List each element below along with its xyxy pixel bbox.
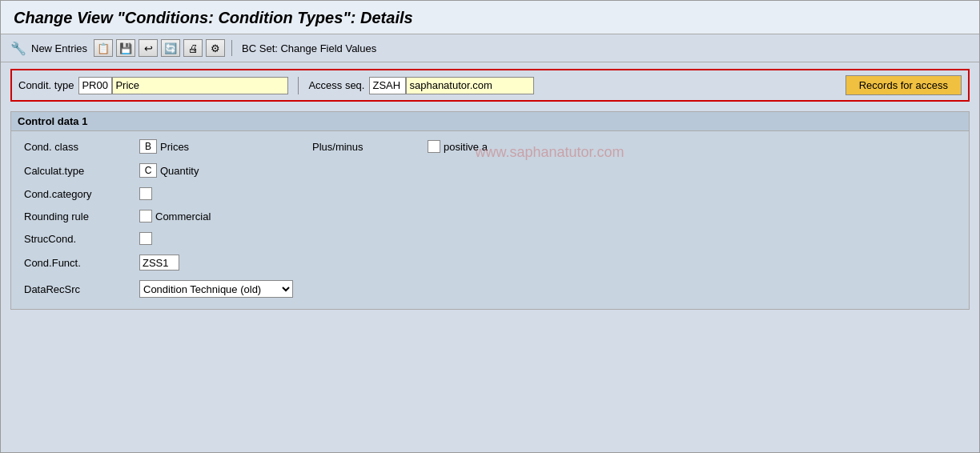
content-area: Condit. type Access seq. Records for acc… [1,62,979,316]
struc-cond-checkbox[interactable] [139,232,152,245]
plus-minus-checkbox[interactable] [428,140,440,153]
section-body: www.saphanatutor.com Cond. class Prices … [11,131,969,309]
cond-funct-value-container [136,253,296,272]
cond-category-label: Cond.category [24,186,136,202]
toolbar-separator [231,40,232,56]
calculat-type-value-container: Quantity [136,162,296,179]
toolbar-icon-wrench: 🔧 [10,41,26,56]
rounding-rule-value-container: Commercial [136,208,296,224]
save-button[interactable]: 💾 [116,39,135,57]
data-rec-src-label: DataRecSrc [24,279,136,299]
print-icon: 🖨 [188,42,199,54]
top-fields-section: Condit. type Access seq. Records for acc… [10,69,970,102]
records-for-access-button[interactable]: Records for access [845,75,962,95]
plus-minus-value-container: positive a [424,138,584,155]
new-entries-label: New Entries [31,42,87,54]
form-grid: Cond. class Prices Plus/minus positive a… [24,138,956,299]
undo-button[interactable]: ↩ [139,39,158,57]
settings-button[interactable]: ⚙ [206,39,225,57]
access-seq-code-input[interactable] [369,77,406,94]
cond-class-label: Cond. class [24,138,136,155]
cond-class-code-input[interactable] [139,139,157,154]
cond-type-label: Condit. type [18,79,74,91]
copy-icon: 📋 [97,42,110,54]
cond-funct-label: Cond.Funct. [24,253,136,272]
access-seq-name-input[interactable] [406,77,534,94]
rounding-rule-text: Commercial [155,210,211,222]
copy-button[interactable]: 📋 [94,39,113,57]
plus-minus-label: Plus/minus [296,138,424,155]
undo-icon: ↩ [144,42,153,54]
access-seq-label: Access seq. [308,79,364,91]
cond-funct-input[interactable] [139,255,179,271]
data-rec-src-select[interactable]: Condition Technique (old) [139,280,293,298]
calculat-type-text: Quantity [160,165,199,177]
refresh-button[interactable]: 🔄 [161,39,180,57]
print-button[interactable]: 🖨 [183,39,203,57]
rounding-rule-label: Rounding rule [24,208,136,224]
refresh-icon: 🔄 [164,42,177,54]
calculat-type-code-input[interactable] [139,163,157,178]
cond-type-code-input[interactable] [78,77,112,94]
title-bar: Change View "Conditions: Condition Types… [1,1,979,34]
bc-set-label: BC Set: Change Field Values [242,42,376,54]
data-rec-src-value-container: Condition Technique (old) [136,279,296,299]
rounding-rule-checkbox[interactable] [139,210,152,222]
cond-type-name-input[interactable] [112,77,288,94]
plus-minus-text: positive a [444,141,488,153]
struc-cond-label: StrucCond. [24,231,136,247]
page-title: Change View "Conditions: Condition Types… [14,9,966,27]
control-data-section: Control data 1 www.saphanatutor.com Cond… [10,111,970,310]
section-header: Control data 1 [11,112,969,131]
cond-class-text: Prices [160,141,189,153]
struc-cond-value-container [136,231,296,247]
cond-category-checkbox[interactable] [139,187,152,200]
settings-icon: ⚙ [211,42,220,54]
save-icon: 💾 [119,42,132,54]
main-container: Change View "Conditions: Condition Types… [0,0,980,453]
cond-class-value-container: Prices [136,138,296,155]
calculat-type-label: Calculat.type [24,162,136,179]
toolbar: 🔧 New Entries 📋 💾 ↩ 🔄 🖨 ⚙ BC Set: Change… [1,34,979,62]
field-divider [298,77,299,94]
cond-category-value-container [136,186,296,202]
